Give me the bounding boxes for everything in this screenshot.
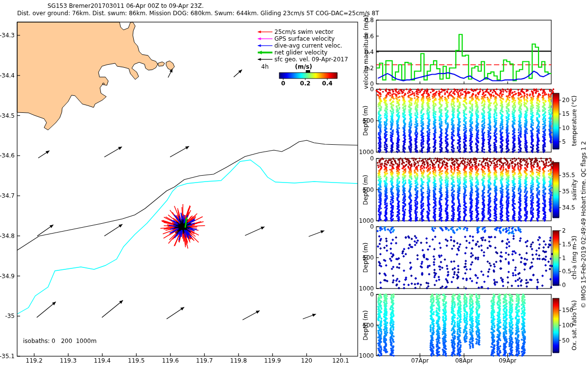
map-lat-tick-label: -34.8 [0, 233, 15, 239]
map-lon-tick-label: 119.7 [196, 358, 213, 364]
colorbar-tick-label: 35 [562, 188, 569, 194]
map-lat-tick-label: -34.4 [0, 73, 15, 79]
map-lon-tick-label: 119.3 [60, 358, 76, 364]
colorbar-tick-label: 0.5 [562, 268, 571, 274]
colorbar-tick-label: 2 [562, 228, 566, 234]
colorbar-tick-label: 1.5 [562, 241, 571, 247]
depth-axis-label: Depth (m) [363, 105, 368, 135]
map-lat-tick-label: -34.3 [0, 32, 15, 38]
map-lat-tick-label: -35 [5, 313, 15, 319]
depth-tick-label: 1000 [359, 149, 374, 155]
legend-item-label: dive-avg current veloc. [274, 43, 342, 49]
colorbar-axis-label: Ox. sat. ratio (%) [571, 300, 577, 350]
colorbar-axis-label: temperature (°C) [571, 96, 577, 146]
date-tick-label: 09Apr [499, 358, 516, 364]
legend-cbar-tick-label: 0 [281, 80, 285, 86]
date-tick-label: 08Apr [455, 358, 473, 364]
depth-axis-label: Depth (m) [363, 310, 368, 340]
depth-tick-label: 0 [370, 224, 374, 230]
colorbar-tick-label: 5 [562, 139, 566, 145]
title-line-2: Dist. over ground: 76km. Dist. swum: 86k… [17, 10, 379, 16]
colorbar-tick-label: 35.5 [562, 172, 575, 178]
velocity-tick-label: 0.4 [365, 49, 374, 55]
map-lon-tick-label: 119.8 [230, 358, 247, 364]
colorbar-tick-label: 1 [562, 255, 566, 261]
legend-time-note: 4h [261, 64, 269, 70]
colorbar-tick-label: 50 [562, 338, 569, 343]
map-lat-tick-label: -34.6 [0, 153, 15, 158]
legend-item-label: 25cm/s swim vector [274, 29, 334, 35]
date-tick-label: 07Apr [411, 358, 429, 364]
legend-cbar-tick-label: 0.4 [322, 80, 332, 86]
depth-tick-label: 0 [370, 291, 374, 297]
isobaths-note: isobaths: 0 200 1000m [23, 338, 97, 344]
map-lon-tick-label: 119.2 [26, 358, 43, 364]
depth-tick-label: 0 [370, 156, 374, 161]
map-lat-tick-label: -34.5 [0, 113, 15, 119]
colorbar-tick-label: 20 [562, 97, 569, 103]
colorbar-axis-label: salinity [571, 179, 577, 200]
velocity-tick-label: 0.8 [365, 17, 374, 23]
map-lon-tick-label: 119.9 [264, 358, 281, 364]
depth-axis-label: Depth (m) [363, 242, 368, 272]
map-lon-tick-label: 119.4 [94, 358, 111, 364]
map-lon-tick-label: 119.6 [162, 358, 179, 364]
legend-item-label: GPS surface velocity [274, 36, 335, 42]
colorbar-axis-label: chl-a (mg m-3) [571, 236, 577, 279]
depth-tick-label: 1000 [359, 353, 374, 359]
legend-item-label: net glider velocity [274, 50, 327, 55]
colorbar-tick-label: 15 [562, 111, 569, 117]
title-line-1: SG153 Bremer201703011 06-Apr 00Z to 09-A… [48, 3, 204, 9]
map-lon-tick-label: 120 [301, 358, 312, 364]
legend-item-label: sfc geo. vel. 09-Apr-2017 [274, 56, 348, 62]
depth-tick-label: 0 [370, 86, 374, 92]
legend-cbar-tick-label: 0.2 [300, 80, 310, 86]
map-lat-tick-label: -34.9 [0, 273, 15, 279]
colorbar-tick-label: 10 [562, 125, 569, 131]
imos-watermark: © IMOS 15-Feb-2019 02:49:49 Hobart time.… [581, 141, 587, 309]
map-lat-tick-label: -34.7 [0, 193, 15, 199]
legend-colorbar-title: (m/s) [295, 64, 312, 70]
figure-root: SG153 Bremer201703011 06-Apr 00Z to 09-A… [0, 0, 588, 368]
colorbar-tick-label: 0 [562, 282, 566, 288]
velocity-tick-label: 0.2 [365, 65, 374, 71]
map-lon-tick-label: 119.5 [128, 358, 145, 364]
depth-axis-label: Depth (m) [363, 175, 368, 205]
map-lon-tick-label: 120.1 [332, 358, 349, 364]
velocity-tick-label: 0.6 [365, 33, 374, 39]
map-lat-tick-label: -35.1 [0, 353, 15, 359]
colorbar-tick-label: 34.5 [562, 205, 575, 210]
